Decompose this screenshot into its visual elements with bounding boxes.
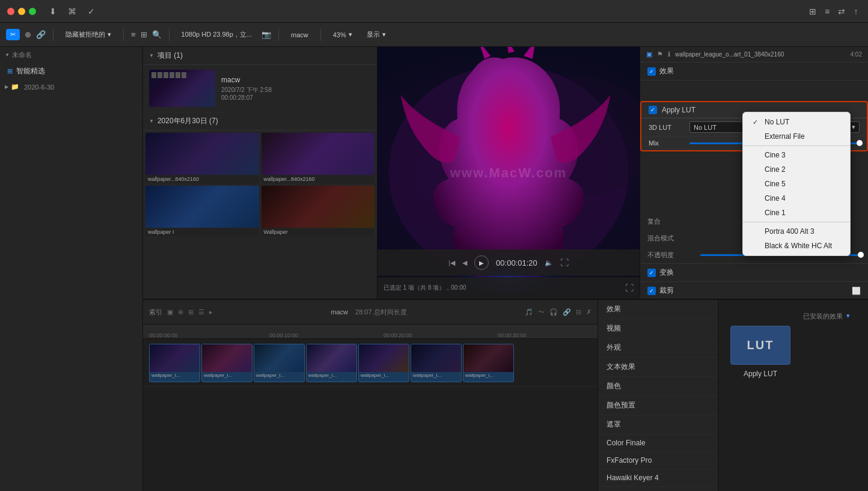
fullscreen-icon[interactable]: ⛶ <box>625 283 634 293</box>
camera-icon[interactable]: 📷 <box>261 30 271 39</box>
snap-icon[interactable]: ⊟ <box>576 308 581 316</box>
close-button[interactable] <box>7 8 14 15</box>
grid-item-3[interactable]: wallpaper I <box>145 186 259 236</box>
grid-view-icon[interactable]: ⊞ <box>141 30 147 39</box>
list-view-icon[interactable]: ≡ <box>131 30 136 39</box>
lut-field-value: No LUT <box>694 124 717 131</box>
cine1-item[interactable]: Cine 1 <box>743 206 850 220</box>
inspector-info-icon[interactable]: ℹ <box>668 50 670 58</box>
opacity-thumb[interactable] <box>858 252 864 258</box>
effects-cat-9[interactable]: Hawaiki Keyer 4 <box>598 469 718 487</box>
skimmer-icon[interactable]: ✗ <box>586 308 591 316</box>
upload-icon[interactable]: ↑ <box>851 7 861 16</box>
hidden-rejected-btn[interactable]: 隐藏被拒绝的 ▾ <box>61 28 116 41</box>
clip-4[interactable]: wallpaper_l... <box>306 344 357 382</box>
bottom-section: 索引 ▣ ⊕ ⊞ ☰ ▸ macw 28:07 总时间长度 🎵 〜 🎧 🔗 ⊟ <box>143 299 868 491</box>
cine5-item[interactable]: Cine 5 <box>743 177 850 191</box>
project-name-btn[interactable]: macw <box>286 29 313 41</box>
minimize-button[interactable] <box>18 8 25 15</box>
clip-7[interactable]: wallpaper_l... <box>463 344 514 382</box>
clip-6[interactable]: wallpaper_l... <box>411 344 462 382</box>
bw-item[interactable]: Black & White HC Alt <box>743 239 850 253</box>
tool-icon-1[interactable]: ⊕ <box>25 30 31 39</box>
timeline-icon-5[interactable]: ▸ <box>209 308 213 316</box>
effects-cat-6[interactable]: 遮罩 <box>598 415 718 435</box>
timeline-icon-1[interactable]: ▣ <box>167 308 173 316</box>
resolution-btn[interactable]: 1080p HD 23.98p，立... <box>177 28 257 41</box>
timeline-icon-4[interactable]: ☰ <box>198 308 204 316</box>
effects-cat-0[interactable]: 效果 <box>598 300 718 319</box>
effects-cat-10[interactable]: Luca's Light Kit <box>598 487 718 491</box>
download-icon[interactable]: ⬇ <box>48 7 58 16</box>
crop-title[interactable]: 裁剪 ⬜ <box>640 282 868 299</box>
installed-arrow[interactable]: ▾ <box>846 312 850 321</box>
grid-item-4[interactable]: Wallpaper <box>261 186 375 236</box>
zoom-btn[interactable]: 43% ▾ <box>328 28 357 41</box>
grid-item-1[interactable]: wallpaper...840x2160 <box>145 133 259 183</box>
ruler-20: 00:00:20:00 <box>384 332 412 338</box>
step-back-icon[interactable]: ◀ <box>462 259 467 267</box>
index-label[interactable]: 索引 <box>149 308 162 317</box>
sidebar-item-smart-collection[interactable]: ⊞ 智能精选 <box>0 63 142 79</box>
no-lut-item[interactable]: ✓ No LUT <box>743 115 850 129</box>
apply-lut-checkbox[interactable] <box>649 106 657 114</box>
effects-cat-7[interactable]: Color Finale <box>598 435 718 452</box>
active-tool-badge[interactable]: ✂ <box>6 29 20 40</box>
timeline-icon-2[interactable]: ⊕ <box>178 308 183 316</box>
search-icon[interactable]: 🔍 <box>152 30 162 39</box>
sidebar-header-unnamed[interactable]: ▼ 未命名 <box>0 47 142 63</box>
grid-icon[interactable]: ⊞ <box>808 7 818 16</box>
timeline-icon-3[interactable]: ⊞ <box>188 308 194 316</box>
play-button[interactable]: ▶ <box>474 255 489 270</box>
effects-cat-4[interactable]: 颜色 <box>598 377 718 396</box>
display-btn[interactable]: 显示 ▾ <box>362 28 391 41</box>
browser-projects-header[interactable]: ▼ 项目 (1) <box>143 47 377 65</box>
traffic-lights[interactable] <box>7 8 36 15</box>
effects-checkbox[interactable] <box>647 67 656 76</box>
crop-checkbox[interactable] <box>647 287 656 295</box>
maximize-button[interactable] <box>29 8 36 15</box>
wave-icon[interactable]: 〜 <box>538 308 545 317</box>
inspector-clip-icon[interactable]: ▣ <box>646 50 652 58</box>
crop-section: 裁剪 ⬜ <box>640 282 868 299</box>
skip-back-icon[interactable]: |◀ <box>448 259 455 267</box>
effects-cat-1[interactable]: 视频 <box>598 319 718 338</box>
list-icon[interactable]: ≡ <box>822 7 832 16</box>
mute-icon[interactable]: 🔈 <box>545 259 553 267</box>
clip-3[interactable]: wallpaper_l... <box>254 344 305 382</box>
transform-checkbox[interactable] <box>647 269 656 277</box>
expand-preview-icon[interactable]: ⛶ <box>560 258 569 267</box>
inspector-flag-icon[interactable]: ⚑ <box>657 50 663 58</box>
effects-cat-2[interactable]: 外观 <box>598 338 718 358</box>
cine2-item[interactable]: Cine 2 <box>743 162 850 177</box>
link-icon[interactable]: 🔗 <box>563 308 571 316</box>
headphone-icon[interactable]: 🎧 <box>549 308 558 316</box>
opacity-label: 不透明度 <box>647 251 695 260</box>
transform-title[interactable]: 变换 <box>640 264 868 281</box>
key-icon[interactable]: ⌘ <box>67 7 77 16</box>
swap-icon[interactable]: ⇄ <box>837 7 846 16</box>
clip-4-label: wallpaper_l... <box>307 372 356 379</box>
media-item-macw[interactable]: macw 2020/7/2 下午 2:58 00:00:28:07 <box>143 65 377 112</box>
timeline-tracks: wallpaper_l... wallpaper_l... wallpaper_… <box>143 339 598 491</box>
check-icon[interactable]: ✓ <box>87 7 96 16</box>
mix-slider-thumb[interactable] <box>857 140 863 146</box>
cine3-item[interactable]: Cine 3 <box>743 148 850 162</box>
clip-1[interactable]: wallpaper_l... <box>149 344 200 382</box>
tool-icon-2[interactable]: 🔗 <box>36 30 46 39</box>
audio-icon[interactable]: 🎵 <box>525 308 533 316</box>
effects-cat-8[interactable]: FxFactory Pro <box>598 452 718 469</box>
portra-item[interactable]: Portra 400 Alt 3 <box>743 224 850 239</box>
external-file-item[interactable]: External File <box>743 129 850 144</box>
clip-3-thumb <box>254 344 304 372</box>
cine4-item[interactable]: Cine 4 <box>743 191 850 206</box>
sidebar-header-2020[interactable]: ▶ 📁 2020-6-30 <box>0 79 142 94</box>
effects-title[interactable]: 效果 <box>640 63 868 80</box>
grid-item-2[interactable]: wallpaper...840x2160 <box>261 133 375 183</box>
browser-2020-header[interactable]: ▼ 2020年6月30日 (7) <box>143 112 377 130</box>
clip-5[interactable]: wallpaper_l... <box>358 344 409 382</box>
effects-cat-5[interactable]: 颜色预置 <box>598 396 718 415</box>
effects-cat-3[interactable]: 文本效果 <box>598 358 718 377</box>
timeline-ruler: 00:00:00:00 00:00:10:00 00:00:20:00 00:0… <box>143 325 598 339</box>
clip-2[interactable]: wallpaper_l... <box>201 344 252 382</box>
